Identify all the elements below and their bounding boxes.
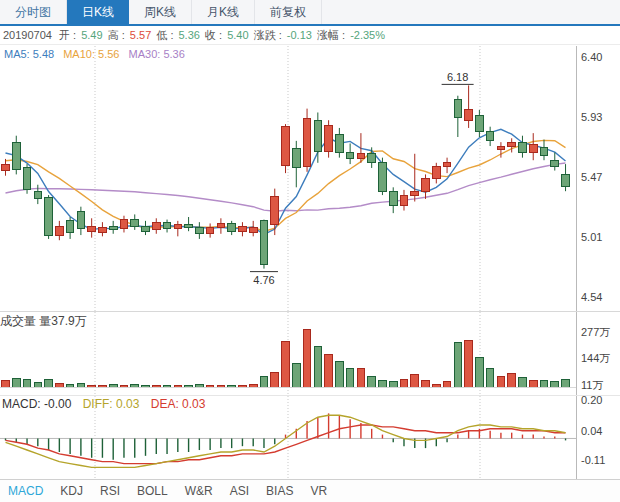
diff-value-label: DIFF: 0.03 [83,397,140,411]
price-axis-tick: 5.93 [581,111,602,123]
candle [400,195,408,205]
price-chart-pane[interactable]: MA5: 5.48 MA10: 5.56 MA30: 5.36 6.405.93… [0,46,620,311]
open-label: 开 : [59,29,79,41]
volume-bar [260,376,268,387]
volume-bar [228,385,236,387]
volume-bar [142,385,150,387]
ma30-label: MA30: 5.36 [129,48,185,60]
candlestick-chart[interactable]: 6.405.935.475.014.546.184.76 [0,46,620,311]
volume-bar [486,369,494,387]
candle [540,147,548,155]
candle [120,220,128,229]
candle [433,167,441,179]
tab-forward-adjusted[interactable]: 前复权 [255,0,322,24]
low-label: 低 : [156,29,176,41]
tab-indicator-rsi[interactable]: RSI [100,484,120,498]
candle [411,191,419,195]
low-annotation: 4.76 [253,274,274,286]
candle [66,221,74,233]
change-label: 涨跌 : [254,29,285,41]
volume-bar [292,363,300,387]
volume-bar [56,383,64,387]
change-pct-value: -2.35% [350,29,385,41]
volume-bar [131,384,139,387]
volume-bar [314,346,322,387]
ma-legend: MA5: 5.48 MA10: 5.56 MA30: 5.36 [4,48,191,60]
volume-bar [529,380,537,387]
volume-bar [357,368,365,387]
tab-weekly-k[interactable]: 周K线 [129,0,192,24]
volume-pane[interactable]: 成交量 量37.9万 277万144万11万 [0,311,620,395]
candle [346,152,354,158]
macd-header: MACD: -0.00 DIFF: 0.03 DEA: 0.03 [2,397,205,411]
tab-timeline[interactable]: 分时图 [0,0,67,24]
macd-pane[interactable]: MACD: -0.00 DIFF: 0.03 DEA: 0.03 0.200.0… [0,395,620,479]
chart-type-tabbar: 分时图 日K线 周K线 月K线 前复权 [0,0,620,26]
volume-bar [508,373,516,387]
volume-chart[interactable]: 277万144万11万 [0,312,620,395]
candle [23,168,31,190]
candle [454,100,462,118]
volume-bar [34,383,42,387]
tab-indicator-wr[interactable]: W&R [185,484,213,498]
candle [56,226,64,235]
tab-daily-k[interactable]: 日K线 [67,0,129,24]
change-value: -0.13 [287,29,312,41]
volume-bar [66,384,74,387]
volume-bar [325,354,333,387]
volume-bar [389,381,397,387]
tab-monthly-k[interactable]: 月K线 [192,0,255,24]
volume-bar [217,385,225,387]
tab-indicator-asi[interactable]: ASI [230,484,249,498]
volume-bar [45,379,53,387]
ma5-label: MA5: 5.48 [4,48,54,60]
tab-indicator-kdj[interactable]: KDJ [60,484,83,498]
candle [529,145,537,153]
candle [303,119,311,167]
tab-indicator-vr[interactable]: VR [310,484,327,498]
volume-bar [336,361,344,387]
macd-axis-tick: 0.04 [581,425,602,437]
macd-axis-tick: 0.20 [581,396,602,406]
volume-bar [99,385,107,387]
candle [185,225,193,228]
volume-bar [497,377,505,387]
volume-bar [185,385,193,387]
close-value: 5.40 [227,29,248,41]
volume-bar [239,385,247,387]
price-axis-tick: 5.47 [581,171,602,183]
tab-indicator-bias[interactable]: BIAS [266,484,293,498]
volume-bar [303,329,311,387]
candle [519,142,527,152]
volume-bar [465,340,473,387]
change-pct-label: 涨幅 : [317,29,348,41]
candle [131,220,139,226]
volume-bar [562,379,570,387]
volume-bar [249,384,257,387]
candle [152,222,160,230]
candle [99,227,107,232]
volume-bar [77,383,85,387]
candle [443,163,451,167]
candle [174,225,182,229]
volume-bar [120,385,128,387]
tab-indicator-boll[interactable]: BOLL [137,484,168,498]
quote-date: 20190704 [3,29,52,41]
volume-bar [379,380,387,387]
volume-bar [400,379,408,387]
candle [422,178,430,191]
tab-indicator-macd[interactable]: MACD [8,484,43,498]
volume-bar [476,357,484,387]
volume-bar [519,377,527,387]
candle [45,198,53,235]
volume-bar [152,385,160,387]
candle [142,226,150,231]
volume-bar [12,378,20,387]
candle [486,132,494,141]
dea-line [6,425,566,464]
volume-bar [433,384,441,387]
price-axis-tick: 5.01 [581,231,602,243]
macd-value-label: MACD: -0.00 [2,397,71,411]
low-value: 5.36 [179,29,200,41]
volume-header: 成交量 量37.9万 [0,313,87,330]
